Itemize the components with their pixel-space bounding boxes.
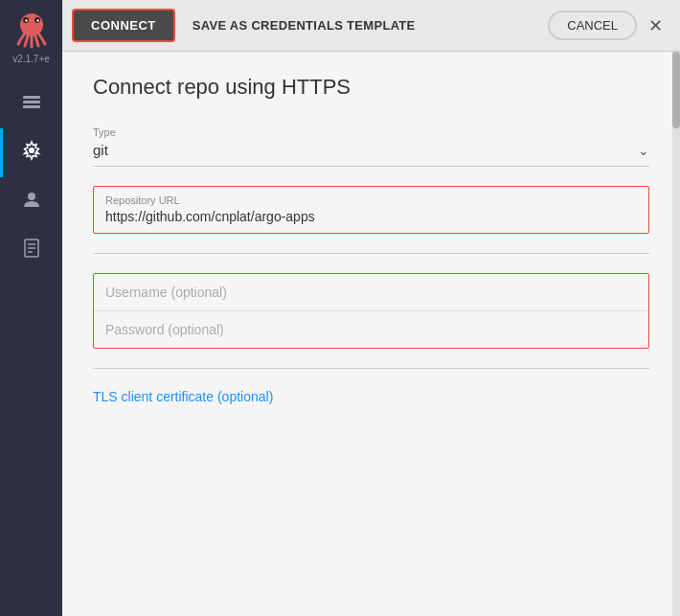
save-template-button[interactable]: SAVE AS CREDENTIALS TEMPLATE <box>179 11 429 40</box>
main-panel: CONNECT SAVE AS CREDENTIALS TEMPLATE CAN… <box>62 0 680 616</box>
repo-url-label: Repository URL <box>105 194 637 206</box>
credentials-field-box: Username (optional) Password (optional) <box>93 273 649 349</box>
type-field-group: Type git ⌄ <box>93 126 649 167</box>
svg-point-9 <box>28 193 35 200</box>
tls-certificate-link[interactable]: TLS client certificate (optional) <box>93 389 273 404</box>
repo-url-value: https://github.com/cnplat/argo-apps <box>105 209 315 224</box>
dialog-title: Connect repo using HTTPS <box>93 75 649 100</box>
type-label: Type <box>93 126 649 138</box>
svg-point-4 <box>36 19 38 21</box>
type-select[interactable]: git ⌄ <box>93 142 649 167</box>
gear-icon <box>21 140 42 166</box>
username-field[interactable]: Username (optional) <box>94 274 648 311</box>
repo-url-field[interactable]: Repository URL https://github.com/cnplat… <box>93 186 649 234</box>
connect-button[interactable]: CONNECT <box>72 9 175 42</box>
toolbar: CONNECT SAVE AS CREDENTIALS TEMPLATE CAN… <box>62 0 680 52</box>
dialog-content: Connect repo using HTTPS Type git ⌄ Repo… <box>62 52 680 616</box>
svg-rect-5 <box>23 96 40 99</box>
scrollbar-track[interactable] <box>672 52 680 616</box>
credentials-underline <box>93 368 649 369</box>
scrollbar-thumb[interactable] <box>672 52 680 128</box>
type-value: git <box>93 142 108 158</box>
svg-point-8 <box>29 148 34 153</box>
svg-rect-6 <box>23 101 40 103</box>
layers-icon <box>21 91 42 117</box>
logo-icon[interactable] <box>11 8 53 50</box>
svg-point-0 <box>20 13 43 36</box>
sidebar-item-docs[interactable] <box>0 226 62 275</box>
document-icon <box>21 238 42 263</box>
svg-rect-7 <box>23 105 40 108</box>
close-button[interactable]: ✕ <box>641 11 670 40</box>
cancel-button[interactable]: CANCEL <box>548 11 637 40</box>
password-placeholder: Password (optional) <box>105 322 224 337</box>
password-field[interactable]: Password (optional) <box>94 311 648 348</box>
repo-url-underline <box>93 253 649 254</box>
sidebar-item-settings[interactable] <box>0 128 62 177</box>
svg-point-3 <box>25 19 27 21</box>
user-icon <box>21 189 42 215</box>
sidebar-item-user[interactable] <box>0 177 62 226</box>
username-placeholder: Username (optional) <box>105 285 227 300</box>
chevron-down-icon: ⌄ <box>638 143 649 158</box>
sidebar-item-layers[interactable] <box>0 80 62 128</box>
sidebar: v2.1.7+e <box>0 0 62 616</box>
app-version: v2.1.7+e <box>12 54 50 64</box>
